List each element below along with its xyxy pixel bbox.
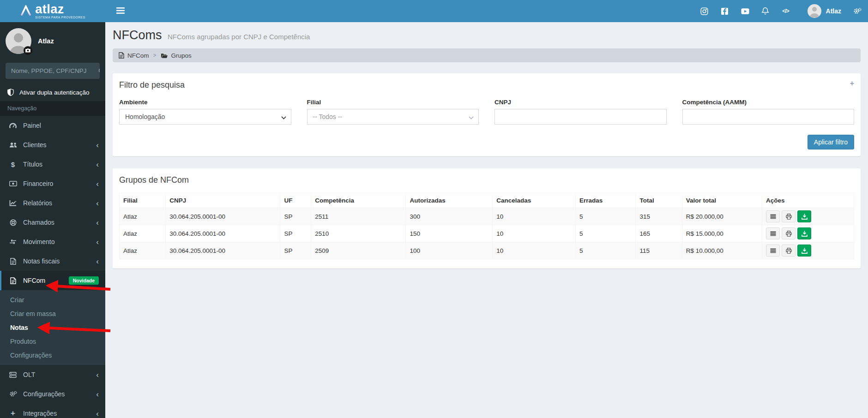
submenu-item-notas[interactable]: Notas <box>0 321 105 334</box>
sidebar-item-clientes[interactable]: Clientes ‹ <box>0 135 105 155</box>
competencia-input[interactable] <box>682 109 855 125</box>
search-input[interactable] <box>6 63 98 79</box>
sidebar-item-relatorios[interactable]: Relatórios ‹ <box>0 193 105 213</box>
breadcrumb-grupos[interactable]: Grupos <box>161 52 192 59</box>
chevron-down-icon <box>281 114 286 119</box>
sidebar-item-chamados[interactable]: Chamados ‹ <box>0 213 105 232</box>
download-icon <box>802 231 808 237</box>
filter-title: Filtro de pesquisa <box>119 80 185 90</box>
print-icon <box>786 214 792 220</box>
cell-cnpj: 30.064.205.0001-00 <box>166 242 280 259</box>
cell-valor-total: R$ 20.000,00 <box>682 208 762 225</box>
bell-icon[interactable] <box>761 0 770 22</box>
code-icon[interactable]: </> <box>782 0 790 22</box>
youtube-icon[interactable] <box>741 0 749 22</box>
cell-acoes <box>762 242 854 259</box>
table-row: Atlaz 30.064.205.0001-00 SP 2511 300 10 … <box>120 208 854 225</box>
list-button[interactable] <box>766 245 780 257</box>
print-icon <box>786 248 792 254</box>
apply-filter-button[interactable]: Aplicar filtro <box>808 135 854 149</box>
gauge-icon <box>9 122 17 129</box>
breadcrumb-nfcom[interactable]: NFCom <box>119 52 149 59</box>
chevron-left-icon: ‹ <box>96 238 99 246</box>
chevron-left-icon: ‹ <box>96 410 99 418</box>
gears-icon[interactable] <box>853 0 862 22</box>
sidebar-item-notas-fiscais[interactable]: Notas fiscais ‹ <box>0 251 105 271</box>
sidebar-item-titulos[interactable]: $ Títulos ‹ <box>0 155 105 174</box>
two-factor-label: Ativar dupla autenticação <box>19 89 90 96</box>
sidebar-item-nfcom[interactable]: NFCom Novidade <box>0 271 105 290</box>
chevron-down-icon <box>469 114 473 119</box>
list-icon <box>770 214 776 219</box>
cell-canceladas: 10 <box>493 242 576 259</box>
shield-icon <box>7 89 14 96</box>
sidebar-item-painel[interactable]: Painel <box>0 116 105 135</box>
submenu-item-produtos[interactable]: Produtos <box>0 334 105 348</box>
col-acoes: Ações <box>762 193 854 208</box>
cell-filial: Atlaz <box>120 225 166 242</box>
print-button[interactable] <box>782 227 796 239</box>
users-icon <box>9 142 17 148</box>
sidebar-item-integracoes[interactable]: + Integrações ‹ <box>0 404 105 418</box>
submenu-item-configuracoes[interactable]: Configurações <box>0 348 105 362</box>
field-ambiente: Ambiente Homologação <box>119 99 291 125</box>
user-menu[interactable]: Atlaz <box>808 4 841 18</box>
brand-name: atlaz <box>35 3 85 16</box>
ambiente-select[interactable]: Homologação <box>119 109 291 125</box>
list-button[interactable] <box>766 210 780 222</box>
sidebar-search-form <box>6 63 100 79</box>
chart-line-icon <box>9 200 17 206</box>
sidebar-toggle-button[interactable] <box>114 5 127 18</box>
groups-table: Filial CNPJ UF Competência Autorizadas C… <box>119 193 854 259</box>
facebook-icon[interactable] <box>721 0 729 22</box>
download-button[interactable] <box>797 227 811 239</box>
top-navbar: atlaz SISTEMA PARA PROVEDORES <box>0 0 868 22</box>
chevron-left-icon: ‹ <box>96 141 99 149</box>
cnpj-input[interactable] <box>494 109 667 125</box>
sidebar-menu: Painel Clientes ‹ $ Títulos ‹ Financeiro… <box>0 116 105 290</box>
file-icon <box>9 258 17 265</box>
navbar-right: </> Atlaz <box>700 0 868 22</box>
cell-valor-total: R$ 15.000,00 <box>682 225 762 242</box>
collapse-plus-icon[interactable]: + <box>850 79 854 88</box>
sidebar-menu-bottom: OLT ‹ Configurações ‹ + Integrações ‹ <box>0 365 105 418</box>
field-competencia: Competência (AAMM) <box>682 99 855 125</box>
brand-logo[interactable]: atlaz SISTEMA PARA PROVEDORES <box>0 0 105 22</box>
download-button[interactable] <box>797 245 811 257</box>
sidebar-item-configuracoes[interactable]: Configurações ‹ <box>0 384 105 404</box>
life-ring-icon <box>9 219 17 226</box>
print-button[interactable] <box>782 245 796 257</box>
file-icon <box>119 52 124 59</box>
sidebar-item-financeiro[interactable]: Financeiro ‹ <box>0 174 105 193</box>
chevron-left-icon: ‹ <box>96 257 99 265</box>
instagram-icon[interactable] <box>700 0 709 22</box>
list-button[interactable] <box>766 227 780 239</box>
table-header-row: Filial CNPJ UF Competência Autorizadas C… <box>120 193 854 208</box>
col-uf: UF <box>280 193 311 208</box>
file-icon <box>9 277 17 284</box>
brand-text: atlaz SISTEMA PARA PROVEDORES <box>35 3 85 19</box>
download-button[interactable] <box>797 210 811 222</box>
nfcom-submenu: Criar Criar em massa Notas Produtos Conf… <box>0 290 105 365</box>
groups-box: Grupos de NFCom Filial CNPJ UF Competênc… <box>113 168 861 269</box>
sidebar-item-olt[interactable]: OLT ‹ <box>0 365 105 384</box>
submenu-item-criar-em-massa[interactable]: Criar em massa <box>0 307 105 321</box>
camera-icon <box>25 48 30 53</box>
list-icon <box>770 248 776 253</box>
search-button[interactable] <box>98 63 100 79</box>
chevron-left-icon: ‹ <box>96 371 99 379</box>
sidebar-item-movimento[interactable]: Movimento ‹ <box>0 232 105 251</box>
cell-canceladas: 10 <box>493 208 576 225</box>
change-avatar-button[interactable] <box>24 46 32 55</box>
two-factor-link[interactable]: Ativar dupla autenticação <box>0 84 105 101</box>
cell-erradas: 5 <box>575 242 635 259</box>
cell-cnpj: 30.064.205.0001-00 <box>166 208 280 225</box>
content-header: NFComs NFComs agrupadas por CNPJ e Compe… <box>113 28 861 42</box>
col-valor-total: Valor total <box>682 193 762 208</box>
app-root: atlaz SISTEMA PARA PROVEDORES <box>0 0 868 418</box>
filial-select[interactable]: -- Todos -- <box>307 109 479 125</box>
print-button[interactable] <box>782 210 796 222</box>
sidebar-user-name: Atlaz <box>38 37 54 45</box>
cell-filial: Atlaz <box>120 208 166 225</box>
submenu-item-criar[interactable]: Criar <box>0 293 105 307</box>
